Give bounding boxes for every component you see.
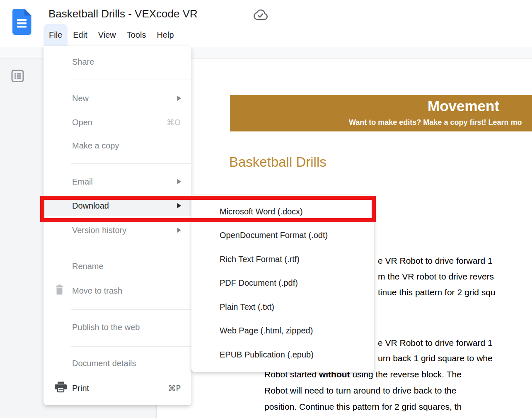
- menu-item-new[interactable]: New: [44, 88, 191, 108]
- menu-bar: File Edit View Tools Help: [44, 24, 179, 46]
- menu-item-open[interactable]: Open⌘O: [44, 112, 191, 132]
- menu-divider: [71, 309, 191, 310]
- submenu-item-pdf[interactable]: PDF Document (.pdf): [191, 273, 374, 293]
- menu-item-label: Version history: [72, 226, 126, 235]
- printer-icon: [55, 382, 67, 395]
- shortcut-label: ⌘O: [167, 118, 181, 127]
- submenu-item-label: PDF Document (.pdf): [220, 278, 298, 288]
- submenu-item-label: Microsoft Word (.docx): [220, 207, 303, 216]
- submenu-item-label: Web Page (.html, zipped): [220, 326, 313, 335]
- menu-item-label: Rename: [72, 262, 104, 271]
- menu-item-share[interactable]: Share: [44, 52, 191, 72]
- submenu-item-label: OpenDocument Format (.odt): [220, 231, 328, 240]
- menu-item-rename[interactable]: Rename: [44, 256, 191, 276]
- download-submenu-panel: Microsoft Word (.docx) OpenDocument Form…: [191, 195, 374, 372]
- menu-item-print[interactable]: Print ⌘P: [44, 378, 191, 398]
- menu-divider: [71, 80, 191, 80]
- menu-item-label: Email: [72, 177, 93, 187]
- menu-item-label: Move to trash: [72, 286, 122, 296]
- banner-subtitle: Want to make edits? Make a copy first! L…: [349, 118, 522, 127]
- menu-item-move-to-trash[interactable]: Move to trash: [44, 281, 191, 301]
- submenu-item-label: Rich Text Format (.rtf): [220, 255, 300, 264]
- submenu-item-rtf[interactable]: Rich Text Format (.rtf): [191, 249, 374, 269]
- google-docs-logo-icon[interactable]: [12, 9, 31, 36]
- submenu-arrow-icon: [177, 203, 181, 208]
- menu-divider: [71, 163, 191, 164]
- file-menu-panel: Share New Open⌘O Make a copy Email Downl…: [44, 46, 191, 405]
- menu-item-label: New: [72, 94, 89, 103]
- menu-item-email[interactable]: Email: [44, 172, 191, 192]
- menu-item-label: Publish to the web: [72, 323, 140, 332]
- document-banner: Movement Want to make edits? Make a copy…: [230, 95, 532, 131]
- submenu-item-txt[interactable]: Plain Text (.txt): [191, 297, 374, 317]
- menu-item-make-a-copy[interactable]: Make a copy: [44, 136, 191, 156]
- menu-item-publish-to-web[interactable]: Publish to the web: [44, 317, 191, 337]
- menu-divider: [71, 249, 191, 249]
- banner-title: Movement: [428, 98, 499, 114]
- submenu-arrow-icon: [177, 96, 181, 101]
- document-title[interactable]: Basketball Drills - VEXcode VR: [48, 7, 198, 20]
- menu-file[interactable]: File: [44, 24, 68, 46]
- submenu-item-epub[interactable]: EPUB Publication (.epub): [191, 345, 374, 365]
- submenu-arrow-icon: [177, 179, 181, 184]
- menu-item-label: Print: [72, 384, 89, 393]
- submenu-item-odt[interactable]: OpenDocument Format (.odt): [191, 225, 374, 245]
- menu-item-label: Document details: [72, 359, 136, 368]
- trash-icon: [55, 284, 64, 297]
- menu-edit[interactable]: Edit: [68, 24, 92, 46]
- document-heading: Basketball Drills: [229, 154, 326, 170]
- menu-item-version-history[interactable]: Version history: [44, 220, 191, 240]
- submenu-item-label: EPUB Publication (.epub): [220, 350, 314, 360]
- menu-item-label: Download: [72, 201, 109, 211]
- menu-view[interactable]: View: [93, 24, 121, 46]
- doc-text-line: tinue this pattern for 2 grid squ: [378, 287, 496, 297]
- doc-text-line: position. Continue this pattern for 2 gr…: [264, 402, 462, 412]
- submenu-item-html[interactable]: Web Page (.html, zipped): [191, 321, 374, 340]
- menu-item-label: Share: [72, 57, 94, 67]
- menu-item-download[interactable]: Download: [44, 196, 191, 216]
- doc-text-line: urn back 1 grid square to whe: [378, 353, 493, 363]
- doc-text-line: m the VR robot to drive revers: [378, 272, 494, 282]
- shortcut-label: ⌘P: [168, 384, 181, 393]
- menu-tools[interactable]: Tools: [121, 24, 152, 46]
- doc-text-line: Robot will need to turn around to drive …: [264, 386, 456, 396]
- doc-text-line: e VR Robot to drive forward 1: [378, 256, 493, 266]
- menu-item-label: Make a copy: [72, 141, 119, 151]
- menu-item-label: Open: [72, 118, 92, 127]
- menu-help[interactable]: Help: [151, 24, 179, 46]
- menu-divider: [71, 346, 191, 347]
- submenu-item-label: Plain Text (.txt): [220, 302, 274, 312]
- submenu-arrow-icon: [177, 228, 181, 233]
- submenu-item-docx[interactable]: Microsoft Word (.docx): [191, 202, 374, 221]
- cloud-saved-icon[interactable]: [251, 8, 269, 24]
- menu-item-document-details[interactable]: Document details: [44, 353, 191, 373]
- doc-text-line: e VR Robot to drive forward 1: [378, 338, 493, 348]
- document-outline-icon[interactable]: [11, 69, 24, 84]
